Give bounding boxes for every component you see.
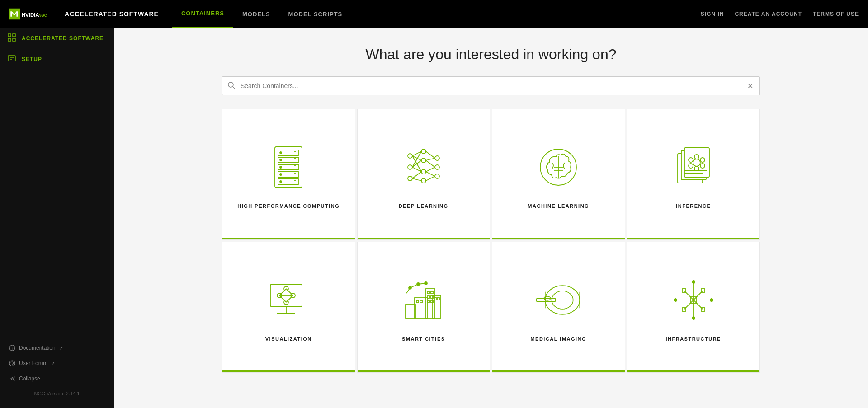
svg-rect-5 [13, 34, 15, 37]
svg-point-32 [408, 154, 412, 158]
forum-icon [9, 360, 15, 366]
nav-link-model-scripts[interactable]: MODEL SCRIPTS [279, 0, 352, 28]
svg-rect-90 [431, 291, 433, 294]
svg-line-51 [426, 158, 435, 160]
userforum-label: User Forum [19, 360, 47, 366]
svg-line-81 [286, 289, 293, 295]
svg-point-40 [435, 165, 439, 169]
card-icon-inference [671, 145, 716, 190]
top-navigation: NVIDIA NGC ACCELERATED SOFTWARE CONTAINE… [0, 0, 868, 28]
card-icon-infrastructure [671, 277, 716, 323]
card-visualization[interactable]: VISUALIZATION [222, 242, 355, 373]
svg-line-102 [410, 284, 418, 288]
card-smart-cities[interactable]: SMART CITIES [357, 242, 491, 373]
terms-link[interactable]: TERMS OF USE [813, 11, 859, 17]
nav-divider [57, 7, 57, 21]
sidebar-label-setup: SETUP [22, 56, 42, 62]
card-label-inference: INFERENCE [676, 203, 711, 209]
svg-point-36 [421, 158, 426, 163]
svg-rect-91 [427, 296, 429, 298]
card-icon-machine-learning [536, 145, 581, 190]
grid-icon [7, 33, 16, 43]
external-link-icon2: ↗ [51, 361, 55, 366]
info-icon: i [9, 345, 15, 351]
documentation-label: Documentation [19, 345, 56, 351]
svg-rect-89 [427, 291, 429, 294]
sidebar-collapse-link[interactable]: Collapse [0, 371, 114, 386]
card-icon-visualization [266, 277, 311, 323]
card-label-infrastructure: INFRASTRUCTURE [666, 336, 721, 342]
svg-rect-94 [431, 300, 433, 303]
svg-rect-97 [416, 300, 419, 303]
svg-line-104 [406, 288, 410, 293]
sidebar-label-accelerated: ACCELERATED SOFTWARE [22, 35, 104, 42]
nav-link-models[interactable]: MODELS [233, 0, 279, 28]
sidebar-userforum-link[interactable]: User Forum ↗ [0, 356, 114, 371]
card-machine-learning[interactable]: MACHINE LEARNING [492, 109, 625, 240]
main-layout: ACCELERATED SOFTWARE SETUP i Documentati… [0, 28, 868, 408]
card-deep-learning[interactable]: DEEP LEARNING [357, 109, 491, 240]
svg-line-50 [426, 151, 435, 158]
svg-point-35 [421, 149, 426, 154]
svg-line-52 [426, 160, 435, 167]
sidebar-documentation-link[interactable]: i Documentation ↗ [0, 340, 114, 356]
card-hpc[interactable]: HIGH PERFORMANCE COMPUTING [222, 109, 355, 240]
card-label-deep-learning: DEEP LEARNING [399, 203, 448, 209]
card-label-machine-learning: MACHINE LEARNING [528, 203, 589, 209]
card-inference[interactable]: INFERENCE [627, 109, 760, 240]
svg-point-14 [228, 82, 233, 87]
svg-rect-93 [427, 300, 429, 303]
nav-links: CONTAINERS MODELS MODEL SCRIPTS [172, 0, 351, 28]
svg-point-106 [552, 291, 573, 309]
search-bar: ✕ [222, 76, 760, 95]
svg-line-46 [412, 172, 421, 178]
sidebar-bottom: i Documentation ↗ User Forum ↗ Collapse [0, 333, 114, 408]
svg-rect-98 [420, 300, 422, 303]
svg-rect-96 [437, 298, 439, 300]
version-label: NGC Version: 2.14.1 [0, 386, 114, 401]
svg-rect-7 [13, 38, 15, 41]
card-medical-imaging[interactable]: MEDICAL IMAGING [492, 242, 625, 373]
svg-rect-92 [431, 296, 433, 298]
card-icon-smart-cities [401, 277, 446, 323]
sidebar-item-setup[interactable]: SETUP [0, 49, 114, 70]
nvidia-logo: NVIDIA NGC [9, 7, 50, 21]
external-link-icon: ↗ [59, 346, 63, 351]
svg-line-54 [426, 172, 435, 176]
svg-point-38 [421, 178, 426, 183]
main-content: What are you interested in working on? ✕ [114, 28, 868, 408]
svg-point-105 [545, 286, 580, 314]
svg-point-122 [692, 281, 695, 283]
cards-grid: HIGH PERFORMANCE COMPUTING [222, 109, 760, 373]
svg-point-39 [435, 156, 439, 160]
svg-rect-16 [275, 147, 302, 188]
svg-point-29 [280, 166, 282, 168]
svg-rect-8 [8, 56, 15, 61]
card-icon-medical-imaging [536, 277, 581, 323]
nav-right-links: SIGN IN CREATE AN ACCOUNT TERMS OF USE [701, 11, 859, 17]
svg-line-80 [279, 289, 286, 295]
svg-text:NVIDIA: NVIDIA [22, 12, 39, 18]
search-input[interactable] [241, 77, 741, 95]
card-label-smart-cities: SMART CITIES [402, 336, 445, 342]
page-title: What are you interested in working on? [132, 46, 850, 63]
svg-point-124 [674, 299, 677, 301]
svg-line-53 [426, 167, 435, 172]
svg-point-125 [710, 299, 713, 301]
card-icon-hpc [266, 145, 311, 190]
logo-area: NVIDIA NGC [9, 7, 50, 21]
sign-in-link[interactable]: SIGN IN [701, 11, 724, 17]
svg-text:i: i [12, 347, 13, 351]
sidebar-item-accelerated-software[interactable]: ACCELERATED SOFTWARE [0, 28, 114, 49]
card-infrastructure[interactable]: INFRASTRUCTURE [627, 242, 760, 373]
svg-rect-88 [406, 305, 415, 318]
svg-point-27 [280, 152, 282, 154]
svg-line-83 [279, 295, 286, 302]
svg-text:NGC: NGC [38, 14, 47, 18]
create-account-link[interactable]: CREATE AN ACCOUNT [735, 11, 802, 17]
search-clear-button[interactable]: ✕ [741, 82, 760, 90]
nav-link-containers[interactable]: CONTAINERS [172, 0, 233, 28]
svg-point-123 [692, 317, 695, 319]
setup-icon [7, 54, 16, 64]
svg-point-37 [421, 169, 426, 174]
